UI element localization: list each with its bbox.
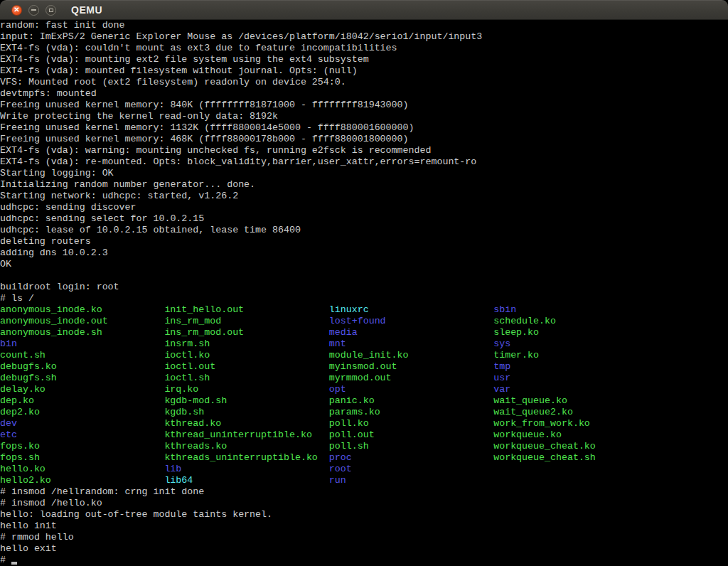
minimize-button[interactable] — [28, 5, 39, 16]
terminal-line: adding dns 10.0.2.3 — [0, 247, 728, 259]
ls-row: anonymous_inode.outins_rm_modlost+founds… — [0, 316, 728, 327]
terminal-screen[interactable]: random: fast init doneinput: ImExPS/2 Ge… — [0, 20, 728, 566]
console-text: Freeing unused kernel memory: 468K (ffff… — [0, 134, 409, 144]
close-button[interactable]: ✕ — [11, 5, 22, 16]
file-entry: fops.ko — [0, 441, 40, 452]
console-text: Freeing unused kernel memory: 1132K (fff… — [0, 122, 414, 133]
directory-entry: var — [493, 384, 510, 395]
directory-entry: media — [329, 327, 358, 338]
ls-row: anonymous_inode.shins_rm_mod.outmediasle… — [0, 327, 728, 338]
text-cursor — [11, 562, 17, 565]
terminal-line — [0, 270, 728, 282]
terminal-line: hello exit — [0, 543, 728, 555]
file-entry: ins_rm_mod.out — [164, 327, 244, 338]
terminal-line: OK — [0, 259, 728, 270]
console-text: OK — [0, 259, 11, 269]
file-entry: workqueue_cheat.sh — [493, 452, 596, 464]
file-entry: poll.ko — [329, 418, 369, 429]
console-text: VFS: Mounted root (ext2 filesystem) read… — [0, 77, 346, 87]
console-text: EXT4-fs (vda): warning: mounting uncheck… — [0, 145, 431, 156]
ls-row: hello.kolibroot — [0, 464, 728, 475]
terminal-line: EXT4-fs (vda): mounting ext2 file system… — [0, 54, 728, 65]
file-entry: sleep.ko — [493, 327, 539, 338]
console-text: EXT4-fs (vda): mounting ext2 file system… — [0, 54, 369, 65]
directory-entry: sbin — [493, 304, 516, 316]
directory-entry: lib — [164, 464, 181, 475]
ls-row: hello2.kolib64run — [0, 475, 728, 486]
ls-row: fops.kokthreads.kopoll.shworkqueue_cheat… — [0, 441, 728, 452]
file-entry: hello.ko — [0, 464, 46, 475]
terminal-line: # ls / — [0, 293, 728, 304]
directory-entry: etc — [0, 429, 17, 441]
directory-entry: lost+found — [329, 316, 386, 327]
console-text: Freeing unused kernel memory: 840K (ffff… — [0, 100, 409, 110]
minimize-icon — [31, 9, 36, 11]
console-text: random: fast init done — [0, 20, 125, 31]
terminal-line: hello init — [0, 520, 728, 532]
directory-entry: usr — [493, 373, 510, 384]
terminal-line: EXT4-fs (vda): re-mounted. Opts: block_v… — [0, 156, 728, 168]
file-entry: timer.ko — [493, 350, 539, 361]
maximize-button[interactable] — [46, 5, 56, 16]
console-text: # ls / — [0, 293, 34, 304]
symlink-entry: linuxrc — [329, 304, 369, 316]
file-entry: params.ko — [329, 407, 380, 418]
file-entry: kthreads.ko — [164, 441, 227, 452]
file-entry: ioctl.out — [164, 361, 215, 373]
ls-row: bininsrm.shmntsys — [0, 338, 728, 350]
file-entry: init_hello.out — [164, 304, 244, 316]
ls-row: dep.kokgdb-mod.shpanic.kowait_queue.ko — [0, 395, 728, 407]
file-entry: workqueue_cheat.ko — [493, 441, 596, 452]
console-text: udhcpc: sending discover — [0, 202, 136, 213]
file-entry: ioctl.ko — [164, 350, 210, 361]
file-entry: anonymous_inode.ko — [0, 304, 102, 316]
terminal-line: EXT4-fs (vda): mounted filesystem withou… — [0, 65, 728, 77]
window-title: QEMU — [71, 4, 102, 16]
terminal-line: Freeing unused kernel memory: 1132K (fff… — [0, 122, 728, 134]
file-entry: insrm.sh — [164, 338, 210, 350]
console-text: # insmod /hello.ko — [0, 498, 102, 508]
directory-entry: tmp — [493, 361, 510, 373]
console-text: hello exit — [0, 543, 57, 554]
ls-row: fops.shkthreads_uninterruptible.koprocwo… — [0, 452, 728, 464]
file-entry: panic.ko — [329, 395, 375, 407]
file-entry: irq.ko — [164, 384, 198, 395]
console-text: devtmpfs: mounted — [0, 88, 97, 99]
console-text: adding dns 10.0.2.3 — [0, 247, 108, 258]
directory-entry: bin — [0, 338, 17, 350]
ls-row: delay.koirq.kooptvar — [0, 384, 728, 395]
ls-row: debugfs.koioctl.outmyinsmod.outtmp — [0, 361, 728, 373]
terminal-line: devtmpfs: mounted — [0, 88, 728, 100]
terminal-line: buildroot login: root — [0, 282, 728, 293]
ls-row: count.shioctl.komodule_init.kotimer.ko — [0, 350, 728, 361]
terminal-line: Starting network: udhcpc: started, v1.26… — [0, 191, 728, 202]
file-entry: poll.out — [329, 429, 375, 441]
file-entry: schedule.ko — [493, 316, 556, 327]
terminal-line: deleting routers — [0, 236, 728, 247]
console-text: # insmod /hellrandom: crng init done — [0, 486, 204, 497]
console-text: Starting network: udhcpc: started, v1.26… — [0, 191, 238, 201]
file-entry: ins_rm_mod — [164, 316, 221, 327]
symlink-entry: lib64 — [164, 475, 193, 486]
directory-entry: sys — [493, 338, 510, 350]
ls-row: devkthread.kopoll.kowork_from_work.ko — [0, 418, 728, 429]
file-entry: anonymous_inode.out — [0, 316, 108, 327]
terminal-line: # rmmod hello — [0, 532, 728, 543]
console-text: hello: loading out-of-tree module taints… — [0, 509, 272, 520]
file-entry: work_from_work.ko — [493, 418, 590, 429]
file-entry: kgdb.sh — [164, 407, 204, 418]
file-entry: anonymous_inode.sh — [0, 327, 102, 338]
file-entry: delay.ko — [0, 384, 46, 395]
file-entry: debugfs.ko — [0, 361, 57, 373]
console-text: buildroot login: root — [0, 282, 119, 292]
directory-entry: root — [329, 464, 352, 475]
file-entry: ioctl.sh — [164, 373, 210, 384]
window-titlebar[interactable]: ✕ QEMU — [0, 0, 728, 20]
terminal-line: # insmod /hello.ko — [0, 498, 728, 509]
terminal-line: EXT4-fs (vda): warning: mounting uncheck… — [0, 145, 728, 156]
console-text: # rmmod hello — [0, 532, 74, 543]
terminal-line: Freeing unused kernel memory: 468K (ffff… — [0, 134, 728, 145]
terminal-line: Starting logging: OK — [0, 168, 728, 179]
prompt-line: # — [0, 555, 728, 566]
file-entry: poll.sh — [329, 441, 369, 452]
